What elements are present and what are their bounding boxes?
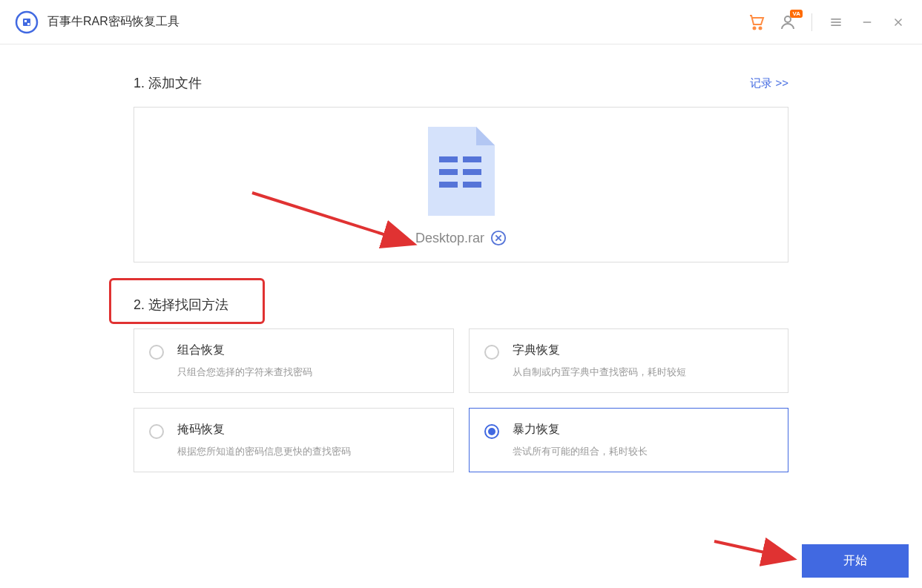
step2-header: 2. 选择找回方法 xyxy=(134,296,788,314)
step1-header: 1. 添加文件 记录 >> xyxy=(134,74,788,92)
method-title: 字典恢复 xyxy=(513,343,774,358)
method-desc: 只组合您选择的字符来查找密码 xyxy=(177,366,438,379)
cart-icon[interactable] xyxy=(748,13,765,31)
method-title: 掩码恢复 xyxy=(177,422,438,437)
file-icon xyxy=(424,123,498,222)
remove-file-icon[interactable] xyxy=(490,230,507,246)
radio-icon xyxy=(149,424,164,439)
method-desc: 从自制或内置字典中查找密码，耗时较短 xyxy=(513,366,774,379)
radio-icon xyxy=(484,424,499,439)
radio-icon xyxy=(149,345,164,360)
svg-rect-15 xyxy=(439,169,458,175)
step1-title: 1. 添加文件 xyxy=(134,74,202,92)
user-badge: VA xyxy=(790,10,803,18)
svg-rect-14 xyxy=(463,156,481,162)
app-logo-icon xyxy=(15,10,39,34)
titlebar-right: VA xyxy=(748,13,907,31)
svg-rect-18 xyxy=(463,182,481,188)
titlebar-left: 百事牛RAR密码恢复工具 xyxy=(15,10,180,34)
method-info: 暴力恢复 尝试所有可能的组合，耗时较长 xyxy=(513,422,774,458)
file-drop-area[interactable]: Desktop.rar xyxy=(134,107,788,262)
main-content: 1. 添加文件 记录 >> Desktop.rar xyxy=(0,44,922,472)
svg-rect-3 xyxy=(27,23,30,25)
method-info: 组合恢复 只组合您选择的字符来查找密码 xyxy=(177,343,438,379)
close-icon[interactable] xyxy=(889,13,907,31)
step2-highlight-box xyxy=(109,278,265,324)
svg-rect-13 xyxy=(439,156,458,162)
method-desc: 根据您所知道的密码信息更快的查找密码 xyxy=(177,445,438,458)
svg-rect-2 xyxy=(24,20,27,22)
svg-point-4 xyxy=(754,27,756,29)
method-card-dictionary[interactable]: 字典恢复 从自制或内置字典中查找密码，耗时较短 xyxy=(469,328,789,393)
method-card-combination[interactable]: 组合恢复 只组合您选择的字符来查找密码 xyxy=(134,328,454,393)
annotation-arrow-2 xyxy=(708,534,805,571)
start-button[interactable]: 开始 xyxy=(802,544,909,578)
method-desc: 尝试所有可能的组合，耗时较长 xyxy=(513,445,774,458)
methods-grid: 组合恢复 只组合您选择的字符来查找密码 字典恢复 从自制或内置字典中查找密码，耗… xyxy=(134,328,788,472)
minimize-icon[interactable] xyxy=(858,13,876,31)
svg-point-5 xyxy=(760,27,762,29)
divider xyxy=(811,13,812,31)
method-title: 暴力恢复 xyxy=(513,422,774,437)
method-info: 字典恢复 从自制或内置字典中查找密码，耗时较短 xyxy=(513,343,774,379)
method-title: 组合恢复 xyxy=(177,343,438,358)
user-icon[interactable]: VA xyxy=(779,13,797,31)
method-info: 掩码恢复 根据您所知道的密码信息更快的查找密码 xyxy=(177,422,438,458)
titlebar: 百事牛RAR密码恢复工具 VA xyxy=(0,0,922,44)
file-name: Desktop.rar xyxy=(415,231,484,246)
footer: 开始 xyxy=(802,544,909,578)
history-link[interactable]: 记录 >> xyxy=(750,76,788,90)
method-card-mask[interactable]: 掩码恢复 根据您所知道的密码信息更快的查找密码 xyxy=(134,408,454,472)
menu-icon[interactable] xyxy=(827,13,845,31)
radio-icon xyxy=(484,345,499,360)
file-name-row: Desktop.rar xyxy=(415,230,507,246)
app-title: 百事牛RAR密码恢复工具 xyxy=(47,14,180,30)
svg-rect-16 xyxy=(463,169,481,175)
svg-line-25 xyxy=(714,541,791,558)
svg-rect-17 xyxy=(439,182,458,188)
method-card-bruteforce[interactable]: 暴力恢复 尝试所有可能的组合，耗时较长 xyxy=(469,408,789,472)
